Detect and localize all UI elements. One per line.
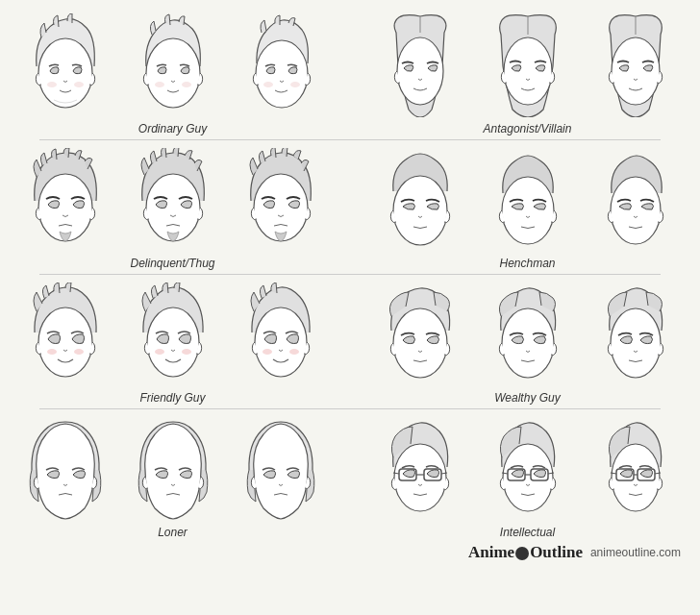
group-friendly: Friendly Guy xyxy=(5,279,340,405)
face-villain-2 xyxy=(474,10,582,120)
divider-2 xyxy=(39,274,661,275)
group-delinquent: Delinquent/Thug xyxy=(5,144,340,270)
row-3: Friendly Guy xyxy=(5,279,695,405)
face-loner-2 xyxy=(119,413,227,524)
svg-point-19 xyxy=(502,177,554,244)
face-ordinary-3 xyxy=(227,10,335,120)
svg-point-31 xyxy=(502,308,554,378)
label-ordinary-guy: Ordinary Guy xyxy=(138,122,207,135)
label-wealthy: Wealthy Guy xyxy=(494,391,560,405)
svg-point-23 xyxy=(74,349,84,355)
face-villain-3 xyxy=(582,10,689,120)
label-friendly: Friendly Guy xyxy=(139,391,205,405)
svg-point-6 xyxy=(256,40,308,108)
svg-point-30 xyxy=(393,308,447,378)
svg-point-21 xyxy=(38,308,92,377)
face-friendly-3 xyxy=(227,279,335,389)
svg-point-18 xyxy=(393,176,447,245)
main-container: Ordinary Guy xyxy=(0,0,700,615)
svg-point-26 xyxy=(182,349,191,355)
group-henchman: Henchman xyxy=(360,144,695,270)
svg-point-12 xyxy=(504,37,552,105)
group-wealthy: Wealthy Guy xyxy=(360,279,695,405)
svg-point-15 xyxy=(38,174,92,241)
brand-url: animeoutline.com xyxy=(590,546,681,559)
svg-point-0 xyxy=(38,38,92,108)
svg-point-32 xyxy=(611,308,661,378)
svg-point-24 xyxy=(147,308,199,377)
face-friendly-1 xyxy=(12,279,119,389)
svg-point-14 xyxy=(612,37,660,105)
bottom-bar: AnimeOutline animeoutline.com xyxy=(5,539,695,564)
faces-henchman xyxy=(366,144,689,255)
group-antagonist: Antagonist/Villain xyxy=(360,10,695,135)
row-2: Delinquent/Thug xyxy=(5,144,695,270)
svg-point-17 xyxy=(254,174,308,241)
label-loner: Loner xyxy=(158,526,188,539)
svg-point-3 xyxy=(146,38,200,108)
svg-point-1 xyxy=(47,82,57,87)
row-1: Ordinary Guy xyxy=(5,10,695,135)
faces-intellectual xyxy=(366,413,689,524)
svg-point-28 xyxy=(262,349,272,355)
svg-point-33 xyxy=(394,444,446,511)
svg-point-27 xyxy=(255,308,307,377)
brand-name: AnimeOutline xyxy=(468,543,583,562)
group-ordinary-guy: Ordinary Guy xyxy=(5,10,340,135)
svg-point-4 xyxy=(155,82,164,87)
group-loner: Loner xyxy=(5,413,340,539)
group-intellectual: Intellectual xyxy=(360,413,695,539)
label-delinquent: Delinquent/Thug xyxy=(130,257,214,270)
face-intellectual-2 xyxy=(474,413,582,524)
label-antagonist: Antagonist/Villain xyxy=(484,122,572,135)
face-loner-3 xyxy=(227,413,335,524)
faces-antagonist xyxy=(366,10,689,120)
face-henchman-1 xyxy=(366,144,474,255)
svg-point-16 xyxy=(146,174,200,241)
face-delinquent-1 xyxy=(12,144,119,255)
face-loner-1 xyxy=(12,413,119,524)
face-delinquent-2 xyxy=(119,144,227,255)
svg-point-20 xyxy=(611,177,661,244)
svg-point-7 xyxy=(263,82,273,87)
label-henchman: Henchman xyxy=(499,257,555,270)
faces-friendly xyxy=(12,279,335,389)
svg-point-45 xyxy=(612,444,660,511)
face-ordinary-2 xyxy=(119,10,227,120)
face-intellectual-3 xyxy=(582,413,689,524)
face-henchman-2 xyxy=(474,144,582,255)
svg-point-5 xyxy=(182,82,191,87)
svg-point-8 xyxy=(290,82,300,87)
svg-point-29 xyxy=(289,349,299,355)
svg-point-39 xyxy=(503,444,553,511)
faces-wealthy xyxy=(366,279,689,389)
face-wealthy-3 xyxy=(582,279,689,389)
faces-delinquent xyxy=(12,144,335,255)
divider-3 xyxy=(39,408,661,409)
svg-point-22 xyxy=(47,349,57,355)
face-friendly-2 xyxy=(119,279,227,389)
face-villain-1 xyxy=(366,10,474,120)
face-ordinary-1 xyxy=(12,10,119,120)
label-intellectual: Intellectual xyxy=(500,526,555,539)
face-wealthy-1 xyxy=(366,279,474,389)
face-delinquent-3 xyxy=(227,144,335,255)
face-intellectual-1 xyxy=(366,413,474,524)
divider-1 xyxy=(39,139,661,140)
row-4: Loner xyxy=(5,413,695,539)
svg-point-25 xyxy=(155,349,164,355)
face-wealthy-2 xyxy=(474,279,582,389)
faces-loner xyxy=(12,413,335,524)
svg-point-10 xyxy=(397,37,443,105)
face-henchman-3 xyxy=(582,144,689,255)
brand-dot xyxy=(515,547,529,560)
svg-point-2 xyxy=(74,82,84,87)
faces-ordinary-guy xyxy=(12,10,335,120)
